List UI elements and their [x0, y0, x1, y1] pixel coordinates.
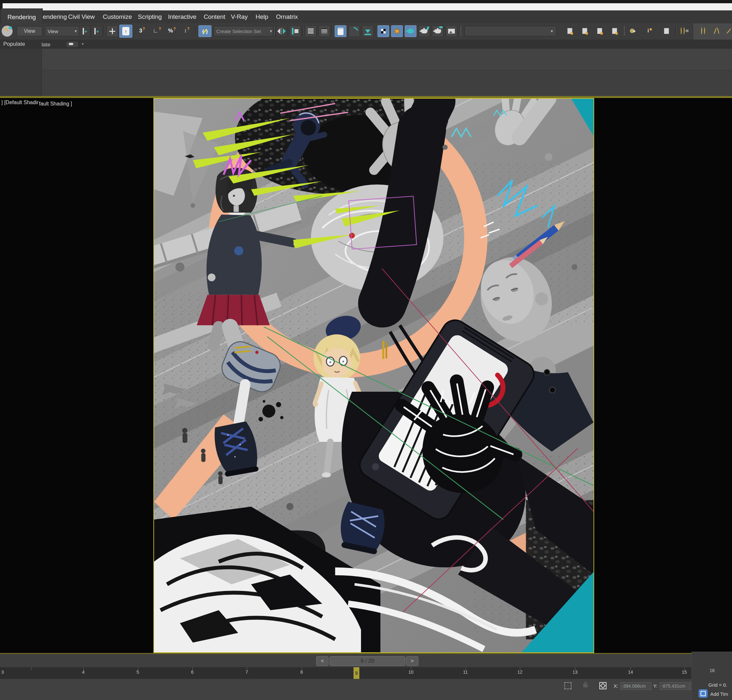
- layer-explorer-icon[interactable]: [305, 25, 317, 37]
- arrow-bar: [365, 34, 371, 35]
- teapot-icon: [434, 29, 441, 34]
- frame-slider[interactable]: 9 / 20: [330, 656, 405, 666]
- align-box: [295, 29, 298, 33]
- select-and-place-alt-icon[interactable]: +: [91, 25, 103, 37]
- render-setup-icon[interactable]: [391, 25, 403, 37]
- viewport-label-front[interactable]: ] [Default Shadir: [1, 100, 38, 106]
- spinner-glyph: ↕: [184, 28, 187, 34]
- named-views-dropdown[interactable]: ▼: [464, 26, 556, 36]
- absolute-mode-icon[interactable]: [599, 682, 607, 689]
- timeline-ruler[interactable]: 3 4 5 6 7 8 9 10 11 12 13 14 15: [0, 667, 732, 679]
- tick-label: 4: [82, 669, 85, 675]
- cloud-icon: [69, 43, 73, 45]
- viewport-label-behind[interactable]: fault Shading ]: [39, 101, 72, 107]
- layer-list-icon[interactable]: [318, 25, 330, 37]
- info-settings-icon[interactable]: i: [644, 25, 655, 36]
- info-glyph: i: [647, 28, 649, 34]
- align-icon[interactable]: [289, 25, 301, 37]
- ornatrix-hair-icon[interactable]: [697, 25, 708, 36]
- snapshot-views-3-icon[interactable]: [594, 25, 605, 36]
- menu-item-customize[interactable]: Customize: [101, 10, 134, 24]
- snapshot-views-icon[interactable]: [564, 25, 575, 36]
- image-glyph: [448, 29, 455, 34]
- tick-label: 3: [1, 669, 4, 675]
- select-and-place-icon[interactable]: +: [79, 25, 91, 37]
- menu-item-vray[interactable]: V-Ray: [229, 10, 250, 24]
- menu-item-civil-view[interactable]: Civil View: [66, 10, 97, 24]
- isolate-cube-button[interactable]: [698, 689, 708, 698]
- select-object-icon[interactable]: ↑: [119, 25, 132, 38]
- tick-line: [31, 667, 31, 670]
- percent-snap-icon[interactable]: % ?: [166, 25, 178, 36]
- y-coordinate-field[interactable]: -875.431cm: [660, 682, 691, 690]
- chevron-down-icon: ▼: [74, 29, 78, 33]
- add-time-tag-label[interactable]: Add Tim: [710, 691, 728, 697]
- tick-label: 14: [628, 669, 633, 675]
- teapot-icon: [407, 29, 414, 34]
- menu-item-rendering-front[interactable]: Rendering: [1, 9, 43, 24]
- tick-label: 12: [517, 669, 522, 675]
- snaps-toggle-3d-icon[interactable]: 3 ?: [136, 25, 148, 36]
- tick-label: 6: [191, 669, 194, 675]
- tick-label: 7: [245, 669, 248, 675]
- tick-label: 8: [300, 669, 303, 675]
- x-coordinate-label: X:: [614, 683, 618, 689]
- ornatrix-lock-icon[interactable]: [678, 25, 689, 36]
- ribbon-body: [0, 49, 732, 70]
- ornatrix-flourish-icon[interactable]: [711, 25, 722, 36]
- export-page-icon[interactable]: [661, 25, 672, 36]
- x-coordinate-field[interactable]: -394.068cm: [620, 682, 651, 690]
- menu-item-rendering-behind[interactable]: endering: [41, 10, 69, 24]
- mirror-icon[interactable]: [276, 25, 288, 37]
- menu-item-scripting[interactable]: Scripting: [136, 10, 164, 24]
- ribbon-tab-populate-behind[interactable]: late: [41, 41, 50, 48]
- toolbar-divider: [302, 26, 303, 36]
- next-frame-button[interactable]: >: [406, 656, 418, 666]
- prev-frame-button[interactable]: <: [316, 656, 329, 666]
- ribbon-tool-icon[interactable]: [66, 41, 79, 48]
- selection-region-icon[interactable]: [564, 682, 572, 689]
- chevron-down-icon[interactable]: ▼: [81, 42, 84, 46]
- curve-editor-icon[interactable]: [348, 25, 360, 37]
- image-compare-icon[interactable]: [446, 25, 457, 37]
- toolbar-grip[interactable]: [460, 26, 462, 36]
- render-iterative-icon[interactable]: [432, 25, 444, 37]
- toolbar-divider: [104, 26, 105, 36]
- menu-item-content[interactable]: Content: [202, 10, 227, 24]
- tick-label: 5: [136, 669, 139, 675]
- up-arrow-icon: ↑: [122, 27, 129, 35]
- current-frame-marker[interactable]: 9: [354, 667, 359, 679]
- ribbon-tab-populate[interactable]: Populate: [3, 41, 25, 47]
- edit-named-selections-icon[interactable]: { }: [198, 25, 211, 37]
- create-selection-set-dropdown[interactable]: Create Selection Set ▼: [213, 26, 276, 36]
- snapshot-views-2-icon[interactable]: [579, 25, 590, 36]
- view-button-front[interactable]: View: [17, 26, 42, 36]
- view-dropdown[interactable]: View ▼: [45, 26, 81, 36]
- menu-item-ornatrix[interactable]: Ornatrix: [274, 10, 300, 24]
- menu-item-help[interactable]: Help: [254, 10, 270, 24]
- list-lines: [308, 29, 314, 34]
- ornatrix-curl-icon[interactable]: [723, 25, 732, 36]
- render-flow-icon[interactable]: [377, 25, 389, 37]
- toolbar-grip[interactable]: [623, 26, 625, 36]
- snapshot-views-4-icon[interactable]: [609, 25, 620, 36]
- toolbar-divider: [675, 26, 676, 36]
- navigation-wheel-icon[interactable]: [1, 25, 13, 37]
- menu-item-interactive[interactable]: Interactive: [166, 10, 198, 24]
- spinner-snap-icon[interactable]: ↕ ?: [180, 25, 193, 36]
- lock-glyph: [686, 29, 688, 32]
- add-object-icon[interactable]: +: [627, 25, 638, 36]
- upper-work-area: [0, 70, 732, 96]
- toolbar-divider: [195, 26, 196, 36]
- rendered-frame-window-icon[interactable]: [405, 25, 417, 37]
- viewport-area[interactable]: ] [Default Shadir fault Shading ]: [0, 98, 732, 653]
- select-and-move-icon[interactable]: [106, 25, 118, 37]
- tick-label: 13: [572, 669, 578, 675]
- render-production-icon[interactable]: [418, 25, 430, 37]
- dope-sheet-icon[interactable]: [362, 25, 374, 37]
- scene-explorer-icon[interactable]: [335, 25, 346, 37]
- mirror-left: [277, 28, 280, 34]
- ribbon-tab-row: Populate late ▼: [0, 40, 732, 49]
- lock-selection-icon[interactable]: [581, 682, 590, 689]
- angle-snap-icon[interactable]: ∟ ?: [151, 25, 163, 36]
